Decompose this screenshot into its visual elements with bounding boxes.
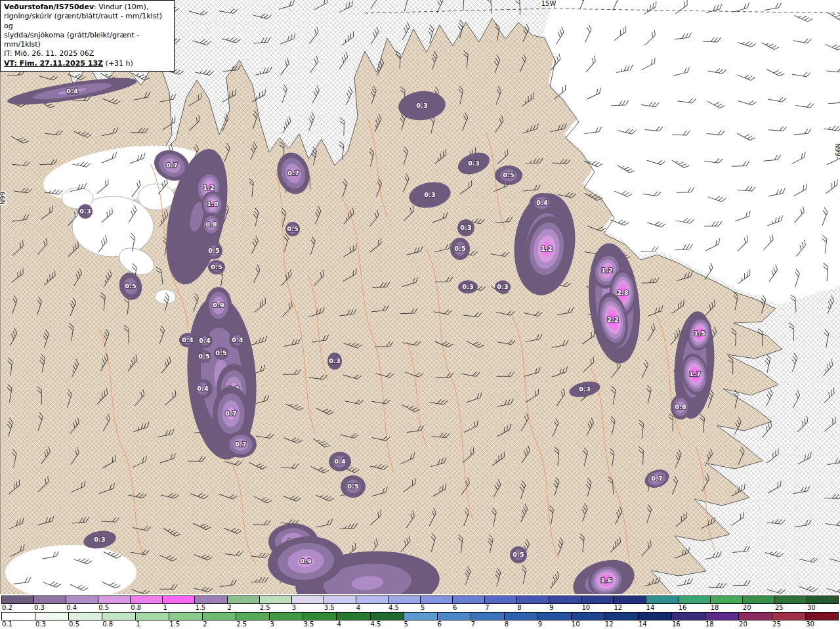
graticule-label: N99	[834, 143, 840, 156]
legend-swatch	[516, 596, 549, 604]
precip-value-label: 0.7	[225, 410, 236, 417]
precip-value-label: 0.5	[287, 225, 298, 232]
legend-value: 0.2	[1, 604, 33, 611]
legend-segment: 2.5	[259, 596, 291, 612]
legend-value: 0.4	[66, 604, 98, 611]
legend-value: 16	[671, 620, 705, 628]
legend-value: 0.8	[102, 620, 135, 628]
legend-swatch	[581, 596, 613, 604]
precip-value-label: 1.0	[207, 200, 219, 207]
legend-swatch	[169, 612, 202, 620]
legend-segment: 0.4	[66, 596, 98, 612]
product-name: Veðurstofan/IS750dev	[4, 3, 94, 11]
legend-value: 8	[504, 620, 537, 628]
legend-segment: 0.3	[35, 612, 68, 628]
legend-swatch	[710, 596, 742, 604]
legend-swatch	[269, 612, 303, 620]
weather-forecast-map: 0.40.30.71.21.00.80.70.50.30.50.30.40.30…	[0, 0, 840, 629]
legend-swatch	[772, 612, 805, 620]
legend-value: 0.8	[130, 604, 162, 611]
legend-segment: 0.2	[1, 596, 33, 612]
precip-value-label: 0.7	[651, 475, 662, 482]
graticule-label: 15W	[541, 0, 556, 7]
legend-value: 2	[227, 604, 259, 611]
legend-swatch	[388, 596, 420, 604]
precip-value-label: 0.3	[416, 102, 427, 109]
legend-value: 12	[604, 620, 638, 628]
precip-value-label: 0.4	[232, 336, 243, 343]
init-time: IT: Mið. 26. 11. 2025 06Z	[4, 49, 169, 58]
precip-value-label: 0.3	[497, 283, 508, 290]
precip-value-label: 0.5	[503, 171, 514, 179]
legend-swatch	[807, 596, 839, 604]
legend-segment: 9	[537, 612, 571, 628]
legend-swatch	[324, 596, 356, 604]
legend-swatch	[336, 612, 369, 620]
legend-segment: 1	[162, 596, 194, 612]
legend-segment: 7	[471, 612, 504, 628]
legend-swatch	[504, 612, 537, 620]
legend-segment: 30	[807, 596, 839, 612]
legend-swatch	[437, 612, 471, 620]
legend-segment: 8	[504, 612, 537, 628]
legend-segment: 20	[742, 596, 774, 612]
legend-segment: 8	[516, 596, 549, 612]
legend-swatch	[68, 612, 102, 620]
legend-segment: 5	[420, 596, 452, 612]
legend-value: 9	[537, 620, 571, 628]
legend-value: 3.5	[303, 620, 336, 628]
legend-value: 14	[646, 604, 678, 611]
legend-value: 18	[705, 620, 738, 628]
precip-value-label: 0.4	[197, 385, 209, 392]
rain-scale-bar: 0.10.30.50.811.522.533.544.5567891012141…	[1, 612, 839, 628]
glacier-patch	[138, 184, 175, 210]
graticule-label: N99	[0, 192, 7, 205]
legend-swatch	[98, 596, 130, 604]
legend-swatch	[35, 612, 68, 620]
valid-time-line: VT: Fim. 27.11.2025 13Z (+31 h)	[4, 59, 169, 68]
legend-value: 2.5	[259, 604, 291, 611]
legend-value: 18	[710, 604, 742, 611]
precip-value-label: 0.4	[66, 87, 78, 95]
forecast-lead: (+31 h)	[103, 59, 133, 68]
precip-value-label: 1.2	[203, 184, 214, 191]
legend-swatch	[549, 596, 581, 604]
legend-swatch	[194, 596, 226, 604]
legend-value: 16	[678, 604, 710, 611]
legend-segment: 0.8	[102, 612, 135, 628]
precip-value-label: 1.5	[694, 330, 705, 337]
legend-swatch	[1, 596, 33, 604]
legend-segment: 0.5	[68, 612, 102, 628]
precip-value-label: 0.7	[166, 162, 177, 169]
legend-swatch	[227, 596, 259, 604]
legend-swatch	[805, 612, 839, 620]
legend-value: 30	[807, 604, 839, 611]
legend-swatch	[774, 596, 807, 604]
legend-segment: 3	[269, 612, 303, 628]
legend-value: 7	[484, 604, 516, 611]
legend-segment: 10	[581, 596, 613, 612]
legend-swatch	[471, 612, 504, 620]
snow-legend-description: slydda/snjókoma (grátt/bleikt/grænt - mm…	[4, 31, 169, 50]
legend-swatch	[738, 612, 772, 620]
legend-segment: 18	[710, 596, 742, 612]
legend-segment: 0.5	[98, 596, 130, 612]
legend-swatch	[1, 612, 35, 620]
legend-segment: 3.5	[303, 612, 336, 628]
legend-value: 1.5	[194, 604, 226, 611]
legend-value: 7	[471, 620, 504, 628]
legend-swatch	[259, 596, 291, 604]
legend-segment: 4.5	[370, 612, 404, 628]
legend-value: 0.5	[68, 620, 102, 628]
legend-value: 30	[805, 620, 839, 628]
precip-value-label: 0.9	[213, 301, 224, 309]
rain-legend-description: rigning/skúrir (grænt/blátt/rautt - mm/1…	[4, 12, 169, 31]
legend-segment: 7	[484, 596, 516, 612]
legend-value: 20	[742, 604, 774, 611]
legend-segment: 20	[738, 612, 772, 628]
precip-value-label: 1.2	[601, 267, 612, 274]
precip-value-label: 0.3	[79, 207, 91, 215]
legend-swatch	[135, 612, 169, 620]
legend-segment: 2	[202, 612, 236, 628]
legend-swatch	[646, 596, 678, 604]
